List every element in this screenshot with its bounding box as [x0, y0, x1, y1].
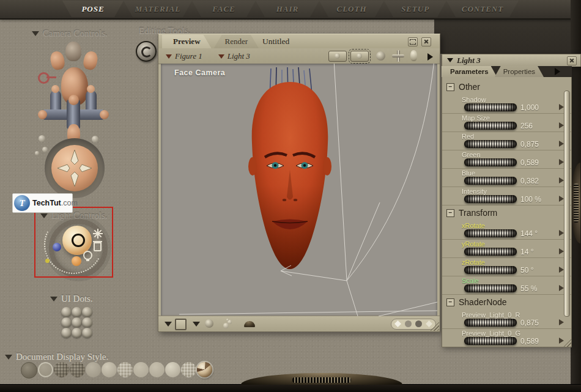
- selector-light-3[interactable]: Light 3: [218, 51, 250, 61]
- view-tab-preview[interactable]: Preview: [162, 35, 212, 48]
- close-window-button[interactable]: [421, 37, 431, 46]
- ui-dot[interactable]: [72, 328, 82, 338]
- param-menu-arrow-icon[interactable]: [559, 338, 564, 344]
- param-menu-arrow-icon[interactable]: [559, 248, 564, 254]
- ui-dot[interactable]: [61, 328, 72, 338]
- right-hand-camera-icon[interactable]: [82, 50, 99, 71]
- camera-dot[interactable]: [42, 147, 48, 152]
- param-dial[interactable]: [464, 140, 517, 148]
- more-arrow-icon[interactable]: [427, 53, 433, 61]
- param-menu-arrow-icon[interactable]: [559, 122, 564, 128]
- ui-dot[interactable]: [61, 317, 72, 328]
- collapse-checkbox[interactable]: [446, 209, 454, 217]
- light-properties-sun-icon[interactable]: [93, 229, 103, 239]
- param-dial[interactable]: [464, 319, 517, 327]
- display-style-hidden-line[interactable]: [70, 362, 85, 377]
- collapse-checkbox[interactable]: [446, 298, 454, 306]
- move-cross-icon[interactable]: [392, 50, 404, 62]
- fast-tracking-button[interactable]: [405, 320, 412, 327]
- camera-dot[interactable]: [35, 151, 39, 155]
- close-palette-button[interactable]: [567, 56, 577, 65]
- param-dial[interactable]: [464, 248, 517, 256]
- room-tab-face[interactable]: FACE: [192, 1, 256, 17]
- ball-style-icon[interactable]: [205, 319, 213, 328]
- room-tab-setup[interactable]: SETUP: [384, 1, 446, 17]
- param-dial[interactable]: [464, 177, 517, 185]
- param-menu-arrow-icon[interactable]: [559, 159, 564, 165]
- param-dial[interactable]: [464, 103, 517, 111]
- bounding-box-tracking-button[interactable]: [394, 320, 401, 327]
- display-style-outline[interactable]: [38, 362, 53, 377]
- room-tab-hair[interactable]: HAIR: [256, 1, 319, 17]
- multi-ball-icon[interactable]: [223, 319, 234, 328]
- light-3-dot[interactable]: [72, 256, 81, 266]
- ui-dots-label[interactable]: UI Dots.: [50, 294, 93, 304]
- room-tab-material[interactable]: MATERIAL: [124, 1, 192, 17]
- background-dropdown-arrow[interactable]: [165, 322, 172, 327]
- camera-key-icon[interactable]: [38, 72, 50, 84]
- display-style-texture-shaded[interactable]: [197, 362, 212, 377]
- param-menu-arrow-icon[interactable]: [559, 141, 564, 147]
- room-tab-content[interactable]: CONTENT: [446, 1, 519, 17]
- display-style-smooth-lined[interactable]: [165, 362, 180, 377]
- area-render-camera-icon[interactable]: [350, 51, 369, 62]
- document-titlebar[interactable]: PreviewRender Untitled: [158, 34, 440, 49]
- pan-up-hand-icon[interactable]: [68, 95, 79, 105]
- animation-drawer-handle[interactable]: [241, 373, 402, 385]
- palette-tab-parameters[interactable]: Parameters: [442, 66, 497, 77]
- light-1-dot[interactable]: [53, 243, 61, 251]
- param-menu-arrow-icon[interactable]: [559, 267, 564, 273]
- display-style-label[interactable]: Document Display Style.: [5, 352, 108, 362]
- param-dial[interactable]: [464, 337, 517, 345]
- sketch-tracking-button[interactable]: [426, 320, 432, 327]
- selected-light-marker[interactable]: [72, 234, 85, 247]
- finger-icon[interactable]: [410, 50, 417, 61]
- param-menu-arrow-icon[interactable]: [559, 285, 564, 291]
- collapse-checkbox[interactable]: [446, 83, 454, 91]
- display-style-smooth-shaded[interactable]: [149, 362, 165, 377]
- head-camera-icon[interactable]: [65, 42, 81, 61]
- create-light-bulb-icon[interactable]: [83, 251, 92, 260]
- ui-dot[interactable]: [72, 307, 82, 317]
- display-style-wireframe[interactable]: [54, 362, 69, 377]
- display-style-silhouette[interactable]: [21, 362, 37, 379]
- room-tab-cloth[interactable]: CLOTH: [319, 1, 384, 17]
- trackball-icon[interactable]: [376, 51, 385, 61]
- left-hand-camera-icon[interactable]: [49, 50, 66, 71]
- light-2-dot[interactable]: [45, 259, 50, 263]
- param-dial[interactable]: [464, 195, 517, 203]
- delete-light-trash-icon[interactable]: [94, 242, 102, 251]
- camera-dot[interactable]: [39, 135, 45, 142]
- palette-more-arrow-icon[interactable]: [555, 68, 560, 75]
- pan-left-hand-icon[interactable]: [38, 110, 47, 119]
- ui-dot[interactable]: [72, 317, 82, 328]
- camera-icon[interactable]: [328, 51, 347, 62]
- camera-trackball[interactable]: [51, 145, 98, 191]
- viewport-3d[interactable]: Face Camera: [161, 64, 437, 316]
- view-tab-render[interactable]: Render: [214, 35, 259, 48]
- param-dial[interactable]: [464, 284, 517, 292]
- param-menu-arrow-icon[interactable]: [559, 196, 564, 202]
- resize-window-button[interactable]: [408, 37, 418, 46]
- param-dial[interactable]: [464, 158, 517, 166]
- param-menu-arrow-icon[interactable]: [559, 104, 564, 110]
- rotate-tool-button[interactable]: [136, 41, 157, 62]
- param-menu-arrow-icon[interactable]: [559, 230, 564, 236]
- palette-tab-properties[interactable]: Properties: [495, 66, 544, 77]
- pan-right-hand-icon[interactable]: [100, 110, 109, 119]
- room-tab-pose[interactable]: POSE: [62, 1, 124, 17]
- param-dial[interactable]: [464, 229, 517, 237]
- display-style-sketch-shaded[interactable]: [181, 362, 196, 377]
- palette-scrollbar-thumb[interactable]: [564, 91, 570, 317]
- param-dial[interactable]: [464, 266, 517, 274]
- display-style-flat-lined[interactable]: [117, 362, 133, 377]
- param-menu-arrow-icon[interactable]: [559, 177, 564, 183]
- full-tracking-button[interactable]: [415, 320, 422, 327]
- background-swatch[interactable]: [175, 319, 187, 330]
- ground-dome-icon[interactable]: [244, 321, 255, 327]
- param-dial[interactable]: [464, 122, 517, 130]
- ui-dot[interactable]: [82, 317, 92, 328]
- camera-controls-label[interactable]: Camera Controls.: [32, 28, 108, 39]
- display-style-flat-shaded[interactable]: [102, 362, 117, 377]
- palette-header[interactable]: Light 3: [442, 54, 581, 67]
